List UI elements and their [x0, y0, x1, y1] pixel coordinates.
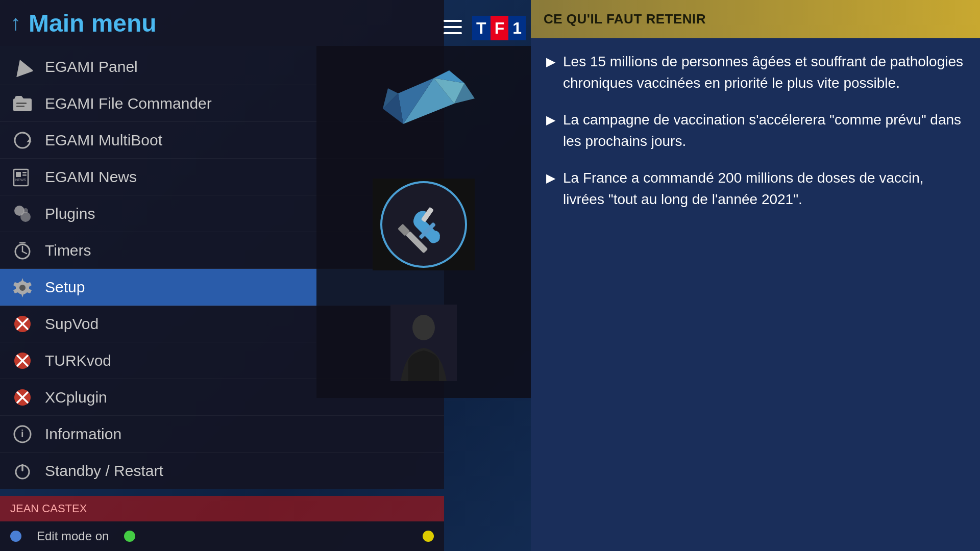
news-item: ▶Les 15 millions de personnes âgées et s…	[546, 51, 965, 94]
tf1-logo: T F 1	[472, 15, 526, 41]
svg-point-15	[23, 208, 28, 213]
dot-blue	[10, 531, 21, 542]
news-bullet: ▶	[546, 111, 555, 129]
tf1-f: F	[491, 16, 509, 40]
menu-icon-egami-news: NEWS	[10, 165, 35, 189]
scroll-hint-text: JEAN CASTEX	[10, 502, 87, 515]
svg-rect-5	[16, 106, 24, 107]
menu-icon-standby-restart	[10, 459, 35, 483]
up-arrow-icon: ↑	[10, 12, 21, 34]
news-header-text: CE QU'IL FAUT RETENIR	[544, 11, 706, 27]
svg-rect-12	[22, 174, 27, 176]
edit-mode-label: Edit mode on	[37, 529, 109, 543]
bird-logo	[373, 63, 475, 144]
svg-point-20	[19, 285, 26, 291]
dot-yellow	[423, 531, 434, 542]
tf1-logo-area: T F 1	[444, 15, 526, 41]
video-preview	[373, 179, 475, 270]
news-item: ▶La France a commandé 200 millions de do…	[546, 167, 965, 210]
menu-label-egami-news: EGAMI News	[45, 168, 137, 186]
main-menu-title: Main menu	[29, 9, 157, 37]
dot-green	[124, 531, 135, 542]
menu-icon-turkvod	[10, 348, 35, 373]
menu-label-supvod: SupVod	[45, 315, 99, 333]
menu-label-egami-panel: EGAMI Panel	[45, 58, 138, 76]
menu-label-information: Information	[45, 425, 121, 443]
scroll-hint-bar: JEAN CASTEX	[0, 496, 444, 521]
menu-icon-egami-file-commander	[10, 91, 35, 116]
header-bar: ↑ Main menu	[0, 0, 444, 46]
menu-icon-supvod	[10, 312, 35, 336]
news-item-text: La campagne de vaccination s'accélerera …	[563, 109, 965, 152]
menu-label-egami-file-commander: EGAMI File Commander	[45, 95, 212, 112]
menu-label-turkvod: TURKvod	[45, 352, 111, 369]
menu-label-setup: Setup	[45, 279, 85, 296]
svg-rect-11	[22, 172, 27, 173]
svg-rect-0	[444, 20, 462, 22]
menu-label-egami-multiboot: EGAMI MultiBoot	[45, 132, 162, 149]
menu-icon-egami-panel	[10, 55, 35, 79]
menu-icon-egami-multiboot	[10, 128, 35, 153]
svg-rect-1	[444, 26, 462, 28]
menu-icon-setup	[10, 275, 35, 299]
news-item-text: La France a commandé 200 millions de dos…	[563, 167, 965, 210]
person-thumbnail	[390, 305, 457, 381]
news-bullet: ▶	[546, 53, 555, 71]
status-bar: Edit mode on	[0, 521, 444, 551]
menu-label-standby-restart: Standby / Restart	[45, 462, 163, 480]
news-panel: CE QU'IL FAUT RETENIR ▶Les 15 millions d…	[531, 0, 980, 551]
menu-icon-xcplugin	[10, 385, 35, 410]
svg-point-47	[412, 315, 435, 340]
svg-marker-7	[27, 139, 32, 142]
svg-rect-9	[16, 172, 21, 177]
svg-rect-4	[16, 103, 27, 104]
news-item-text: Les 15 millions de personnes âgées et so…	[563, 51, 965, 94]
svg-rect-8	[14, 169, 28, 186]
menu-lines-icon[interactable]	[444, 17, 462, 39]
menu-icon-timers	[10, 238, 35, 263]
news-bullet: ▶	[546, 169, 555, 187]
svg-line-18	[22, 252, 27, 254]
svg-rect-2	[444, 32, 462, 34]
menu-icon-information: i	[10, 422, 35, 446]
tf1-t: T	[472, 16, 491, 40]
menu-label-xcplugin: XCplugin	[45, 389, 107, 406]
news-content: ▶Les 15 millions de personnes âgées et s…	[531, 38, 980, 238]
news-header: CE QU'IL FAUT RETENIR	[531, 0, 980, 38]
menu-label-timers: Timers	[45, 242, 91, 259]
menu-item-standby-restart[interactable]: Standby / Restart	[0, 453, 444, 489]
preview-panel	[316, 46, 531, 398]
svg-text:NEWS: NEWS	[15, 178, 26, 182]
menu-label-plugins: Plugins	[45, 205, 95, 222]
svg-marker-3	[12, 57, 33, 77]
setup-tools-icon	[380, 181, 467, 268]
tf1-1: 1	[508, 16, 526, 40]
menu-icon-plugins	[10, 202, 35, 226]
menu-item-information[interactable]: iInformation	[0, 416, 444, 453]
news-item: ▶La campagne de vaccination s'accélerera…	[546, 109, 965, 152]
svg-text:i: i	[21, 428, 24, 439]
